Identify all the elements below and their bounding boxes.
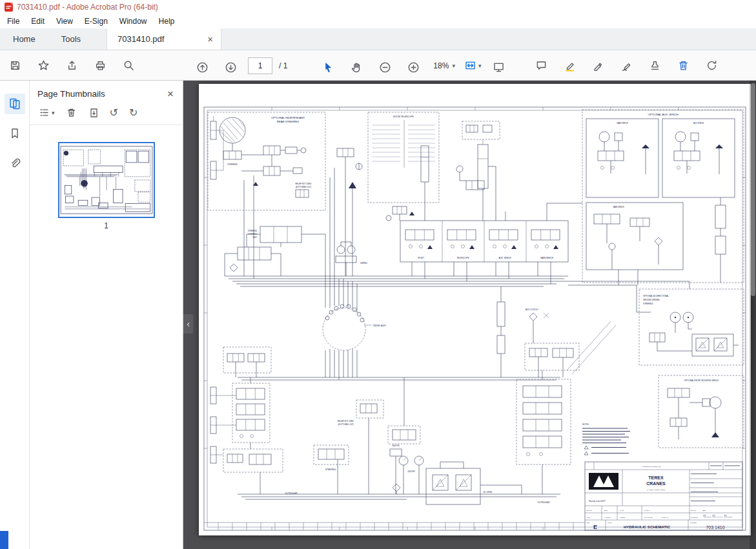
outrigger-right-circuit: OUTRIGGER bbox=[516, 373, 571, 504]
schematic-text: MAIN WINCH bbox=[540, 257, 553, 259]
zoom-out-button[interactable] bbox=[374, 57, 396, 79]
titleblock-text: WAVERLY OPERATIONS bbox=[647, 489, 666, 491]
document-viewer[interactable]: OPTIONAL INDEPENDANT REAR STEERING STEER… bbox=[183, 81, 756, 549]
ground-driven-steering-circuit: OPTIONAL BI-DIRECTIONAL GROUND DRIVEN ST… bbox=[639, 289, 744, 365]
panel-title: Page Thumbnails bbox=[37, 89, 105, 99]
titleblock-text: BRS bbox=[604, 510, 608, 511]
page-number-input[interactable] bbox=[248, 57, 272, 74]
hydraulic-schematic-svg: OPTIONAL INDEPENDANT REAR STEERING STEER… bbox=[199, 84, 751, 535]
save-button[interactable] bbox=[4, 54, 26, 76]
pdf-file-icon bbox=[5, 3, 13, 12]
rotate-button[interactable] bbox=[700, 54, 722, 76]
front-winch-circuit: OPTIONAL FRONT MOUNTED WINCH bbox=[659, 375, 744, 448]
tab-close-icon[interactable]: × bbox=[205, 34, 216, 45]
print-button[interactable] bbox=[89, 54, 111, 76]
titleblock-text: AUTOCAD bbox=[661, 517, 669, 518]
scrollbar-thumb[interactable] bbox=[751, 83, 755, 296]
schematic-text: REAR STEERING bbox=[277, 120, 299, 123]
panel-close-icon[interactable]: × bbox=[167, 88, 174, 99]
menu-view[interactable]: View bbox=[50, 14, 79, 28]
tab-document[interactable]: 7031410.pdf × bbox=[107, 28, 221, 50]
menu-window[interactable]: Window bbox=[114, 14, 153, 28]
schematic-text: SWIVEL ASSY bbox=[373, 324, 386, 327]
vertical-scrollbar[interactable] bbox=[750, 81, 756, 549]
schematic-text: MAIN WINCH bbox=[613, 206, 624, 208]
extract-page-icon[interactable] bbox=[88, 107, 99, 118]
schematic-text: 2800 PSI bbox=[392, 444, 400, 447]
schematic-text: STEERING bbox=[248, 230, 257, 232]
rotate-ccw-icon[interactable]: ↺ bbox=[110, 108, 118, 118]
schematic-text: OPTIONAL AUX. WINCH bbox=[648, 113, 678, 116]
paperclip-icon bbox=[8, 157, 21, 170]
highlight-button[interactable] bbox=[558, 54, 580, 76]
zoom-in-button[interactable] bbox=[402, 57, 424, 79]
bookmark-icon bbox=[8, 127, 21, 140]
bookmarks-rail-button[interactable] bbox=[5, 123, 25, 144]
tab-tools[interactable]: Tools bbox=[48, 28, 94, 50]
schematic-text: AUX. WINCH bbox=[498, 257, 511, 259]
page-thumbnails-rail-button[interactable] bbox=[5, 94, 25, 114]
delete-pages-button[interactable] bbox=[672, 54, 694, 76]
tab-bar: Home Tools 7031410.pdf × bbox=[0, 28, 756, 50]
note-block: NOTE: bbox=[582, 423, 630, 455]
left-sidebar: Page Thumbnails × ▾ ↺ ↻ bbox=[0, 81, 183, 549]
page-thumbnail[interactable] bbox=[58, 142, 155, 218]
caret-down-icon: ▾ bbox=[52, 110, 55, 116]
esign-button[interactable] bbox=[615, 54, 637, 76]
tab-home[interactable]: Home bbox=[0, 28, 48, 50]
caret-down-icon: ▾ bbox=[452, 63, 455, 69]
chevron-left-icon: ‹ bbox=[187, 319, 190, 329]
select-tool-button[interactable] bbox=[317, 57, 339, 79]
zoom-value: 18% bbox=[433, 61, 449, 70]
previous-page-button[interactable] bbox=[191, 57, 213, 79]
menu-help[interactable]: Help bbox=[153, 14, 181, 28]
attachments-rail-button[interactable] bbox=[5, 153, 25, 174]
menu-edit[interactable]: Edit bbox=[25, 14, 50, 28]
schematic-text: STEERING bbox=[325, 468, 336, 471]
titleblock-text: DRAWN ON: bbox=[644, 517, 653, 518]
titleblock-text: OTHER bbox=[727, 516, 732, 517]
next-page-button[interactable] bbox=[220, 57, 241, 79]
titleblock-text: CRANES bbox=[646, 481, 666, 486]
thumbnail-page-number: 1 bbox=[57, 221, 156, 230]
tab-document-label: 7031410.pdf bbox=[117, 34, 164, 44]
schematic-text: OUTRIGGER bbox=[285, 492, 298, 495]
share-button[interactable] bbox=[61, 54, 83, 76]
acrobat-window: 7031410.pdf - Adobe Acrobat Pro (64-bit)… bbox=[0, 0, 756, 549]
menu-file[interactable]: File bbox=[1, 14, 25, 28]
collapse-panel-button[interactable]: ‹ bbox=[183, 314, 193, 334]
hand-tool-button[interactable] bbox=[345, 57, 367, 79]
menu-esign[interactable]: E-Sign bbox=[79, 14, 114, 28]
titleblock-text: TEREX bbox=[648, 475, 664, 480]
titleblock-text: SIZE bbox=[586, 522, 590, 523]
titleblock-text: MATERIAL bbox=[604, 517, 612, 518]
fit-width-dropdown[interactable]: ▾ bbox=[464, 59, 482, 72]
schematic-text: AUX WINCH bbox=[693, 122, 704, 125]
schematic-text: STEERING bbox=[227, 163, 238, 166]
center-bottom-circuit: RELIEF NOT USED (BOTTOMED OUT) 2800 PSI … bbox=[338, 377, 493, 504]
rotate-cw-icon[interactable]: ↻ bbox=[129, 108, 138, 118]
delete-page-icon[interactable] bbox=[66, 107, 77, 118]
star-button[interactable] bbox=[32, 54, 54, 76]
sheet-border bbox=[204, 107, 746, 530]
search-button[interactable] bbox=[117, 54, 139, 76]
titleblock-text: Waverly, Iowa 50677 bbox=[589, 500, 606, 503]
comment-button[interactable] bbox=[530, 54, 552, 76]
schematic-text: RELIEF NOT USED bbox=[338, 420, 354, 423]
page-thumbnails-icon bbox=[8, 97, 21, 110]
thumbnail-options-button[interactable]: ▾ bbox=[39, 107, 55, 118]
titleblock-text: APPD bbox=[586, 517, 591, 518]
fill-sign-button[interactable] bbox=[587, 54, 609, 76]
schematic-text: NOTE: bbox=[582, 423, 589, 426]
steering-lower-circuit: STEERING bbox=[314, 445, 349, 494]
stamp-button[interactable] bbox=[644, 54, 666, 76]
caret-down-icon: ▾ bbox=[478, 63, 482, 69]
schematic-text: (BOTTOMED OUT) bbox=[338, 423, 354, 426]
zoom-level-dropdown[interactable]: 18% ▾ bbox=[431, 61, 458, 70]
hydraulic-bus-lines bbox=[225, 276, 690, 499]
schematic-text: (BOTTOMED OUT) bbox=[296, 186, 311, 188]
navigation-rail bbox=[0, 81, 30, 549]
page-display-button[interactable] bbox=[487, 57, 509, 79]
boom-telescope-circuit: BOOM TELESCOPE bbox=[368, 112, 439, 221]
schematic-text: 2500 PSI bbox=[407, 470, 415, 473]
